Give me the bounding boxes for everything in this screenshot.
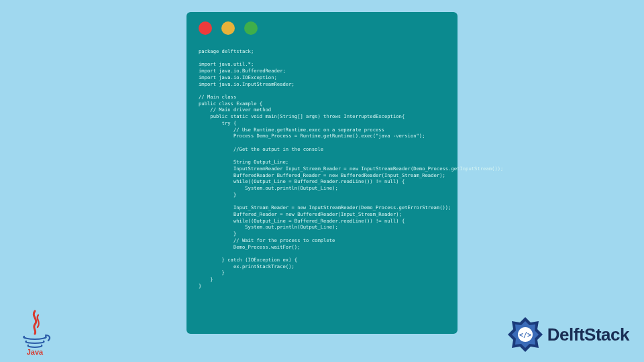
svg-text:</>: </>: [519, 331, 531, 339]
code-content: package delftstack; import java.util.*; …: [186, 40, 458, 296]
close-icon: [199, 21, 212, 35]
maximize-icon: [244, 21, 258, 35]
delftstack-wordmark: DelftStack: [547, 324, 629, 345]
minimize-icon: [221, 21, 235, 35]
window-traffic-lights: [186, 12, 458, 40]
java-logo-icon: Java: [15, 308, 55, 355]
code-window: package delftstack; import java.util.*; …: [186, 12, 458, 334]
svg-text:Java: Java: [27, 348, 44, 355]
delftstack-badge-icon: </>: [507, 316, 543, 353]
delftstack-logo: </> DelftStack: [507, 316, 629, 353]
